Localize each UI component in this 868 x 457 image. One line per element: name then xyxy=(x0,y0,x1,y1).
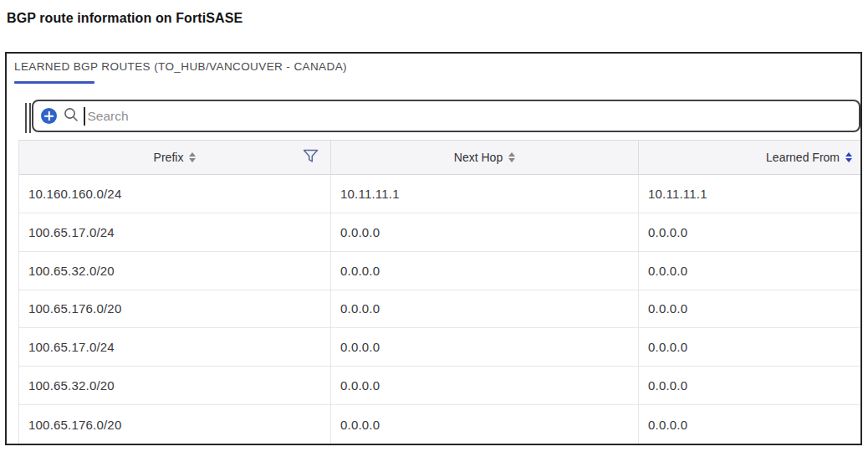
table-cell-next-hop[interactable]: 0.0.0.0 xyxy=(331,290,639,329)
search-placeholder: Search xyxy=(88,109,129,124)
toolbar-drag-handle[interactable] xyxy=(25,103,31,133)
text-cursor xyxy=(84,107,85,126)
table-cell-prefix[interactable]: 100.65.17.0/24 xyxy=(19,213,331,252)
learned-bgp-routes-panel: LEARNED BGP ROUTES (TO_HUB/VANCOUVER - C… xyxy=(5,52,862,445)
bgp-routes-table: Prefix Next Hop Learned From 10.160.160.… xyxy=(18,140,860,444)
table-cell-next-hop[interactable]: 0.0.0.0 xyxy=(331,213,639,252)
sort-icon[interactable] xyxy=(508,152,515,162)
table-cell-prefix[interactable]: 100.65.17.0/24 xyxy=(19,328,331,367)
table-cell-learned-from[interactable]: 10.11.11.1 xyxy=(639,175,860,213)
table-cell-learned-from[interactable]: 0.0.0.0 xyxy=(639,252,860,290)
search-input[interactable]: Search xyxy=(32,100,860,132)
table-cell-next-hop[interactable]: 0.0.0.0 xyxy=(331,252,639,290)
column-header-learned-from[interactable]: Learned From xyxy=(639,140,860,175)
search-icon xyxy=(64,107,79,126)
column-header-prefix[interactable]: Prefix xyxy=(19,140,331,175)
active-tab-underline xyxy=(14,81,94,84)
table-cell-next-hop[interactable]: 0.0.0.0 xyxy=(331,328,639,367)
table-cell-next-hop[interactable]: 0.0.0.0 xyxy=(331,367,639,405)
table-cell-prefix[interactable]: 100.65.32.0/20 xyxy=(19,252,331,290)
column-header-label: Next Hop xyxy=(454,151,503,164)
table-cell-prefix[interactable]: 100.65.32.0/20 xyxy=(19,367,331,405)
column-header-label: Prefix xyxy=(154,151,184,164)
table-cell-learned-from[interactable]: 0.0.0.0 xyxy=(639,405,860,444)
table-cell-next-hop[interactable]: 10.11.11.1 xyxy=(331,175,639,213)
table-cell-prefix[interactable]: 100.65.176.0/20 xyxy=(19,290,331,329)
table-cell-learned-from[interactable]: 0.0.0.0 xyxy=(639,328,860,367)
page-title: BGP route information on FortiSASE xyxy=(7,11,243,26)
column-header-next-hop[interactable]: Next Hop xyxy=(331,140,639,175)
table-cell-learned-from[interactable]: 0.0.0.0 xyxy=(639,367,860,405)
sort-icon[interactable] xyxy=(189,152,196,162)
table-cell-prefix[interactable]: 100.65.176.0/20 xyxy=(19,405,331,444)
table-cell-learned-from[interactable]: 0.0.0.0 xyxy=(639,213,860,252)
sort-icon-active[interactable] xyxy=(845,152,852,162)
column-header-label: Learned From xyxy=(766,151,840,164)
filter-icon[interactable] xyxy=(303,149,319,166)
table-cell-prefix[interactable]: 10.160.160.0/24 xyxy=(19,175,331,213)
table-cell-learned-from[interactable]: 0.0.0.0 xyxy=(639,290,860,329)
table-cell-next-hop[interactable]: 0.0.0.0 xyxy=(331,405,639,444)
add-filter-button[interactable] xyxy=(41,108,57,124)
panel-tab-learned-bgp-routes[interactable]: LEARNED BGP ROUTES (TO_HUB/VANCOUVER - C… xyxy=(14,60,347,73)
